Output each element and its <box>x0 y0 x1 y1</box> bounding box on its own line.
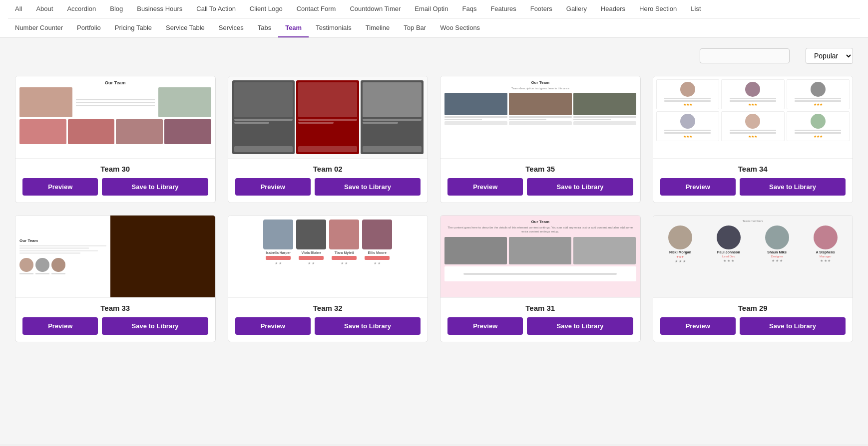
preview-button-team34[interactable]: Preview <box>660 178 736 196</box>
preview-button-team35[interactable]: Preview <box>447 178 523 196</box>
nav-item-woo-sections[interactable]: Woo Sections <box>433 19 487 37</box>
card-footer-team32: Team 32 Preview Save to Library <box>228 298 428 342</box>
card-title-team30: Team 30 <box>22 165 208 173</box>
save-button-team30[interactable]: Save to Library <box>102 178 208 196</box>
template-grid: Our Team <box>15 76 853 342</box>
nav-item-countdown-timer[interactable]: Countdown Timer <box>343 0 408 18</box>
card-footer-team35: Team 35 Preview Save to Library <box>440 159 640 203</box>
save-button-team34[interactable]: Save to Library <box>740 178 846 196</box>
save-button-team32[interactable]: Save to Library <box>315 317 421 335</box>
save-button-team29[interactable]: Save to Library <box>740 317 846 335</box>
card-footer-team34: Team 34 Preview Save to Library <box>653 159 853 203</box>
nav-row2: Number CounterPortfolioPricing TableServ… <box>8 19 860 37</box>
nav-item-footers[interactable]: Footers <box>523 0 559 18</box>
card-preview-team35: Our Team Team description text goes here… <box>440 76 640 159</box>
card-team34: ★★★ ★★★ ★★★ <box>653 76 854 203</box>
nav-item-services[interactable]: Services <box>212 19 251 37</box>
card-team02: Team 02 Preview Save to Library <box>228 76 429 203</box>
card-title-team31: Team 31 <box>447 304 633 312</box>
nav-item-gallery[interactable]: Gallery <box>559 0 594 18</box>
card-team33: Our Team <box>15 215 216 342</box>
preview-button-team29[interactable]: Preview <box>660 317 736 335</box>
nav-item-team[interactable]: Team <box>278 19 309 37</box>
save-button-team02[interactable]: Save to Library <box>315 178 421 196</box>
preview-button-team30[interactable]: Preview <box>22 178 98 196</box>
card-actions-team02: Preview Save to Library <box>235 178 421 196</box>
nav-item-about[interactable]: About <box>29 0 60 18</box>
card-title-team35: Team 35 <box>447 165 633 173</box>
card-actions-team29: Preview Save to Library <box>660 317 846 335</box>
nav-item-blog[interactable]: Blog <box>103 0 130 18</box>
card-title-team32: Team 32 <box>235 304 421 312</box>
nav-item-hero-section[interactable]: Hero Section <box>632 0 684 18</box>
nav-item-service-table[interactable]: Service Table <box>159 19 212 37</box>
app-container: AllAboutAccordionBlogBusiness HoursCall … <box>0 0 868 444</box>
card-title-team02: Team 02 <box>235 165 421 173</box>
card-team30: Our Team <box>15 76 216 203</box>
nav-item-portfolio[interactable]: Portfolio <box>70 19 108 37</box>
toolbar: Popular Newest Oldest <box>15 48 853 64</box>
nav-item-client-logo[interactable]: Client Logo <box>243 0 290 18</box>
card-preview-team32: Isabella Harper ★ ★ Viola Blaine ★ ★ <box>228 216 428 298</box>
nav-item-call-to-action[interactable]: Call To Action <box>189 0 243 18</box>
nav-row1: AllAboutAccordionBlogBusiness HoursCall … <box>8 0 860 19</box>
nav-item-features[interactable]: Features <box>483 0 523 18</box>
nav-item-tabs[interactable]: Tabs <box>251 19 278 37</box>
card-team32: Isabella Harper ★ ★ Viola Blaine ★ ★ <box>228 215 429 342</box>
card-actions-team33: Preview Save to Library <box>22 317 208 335</box>
main-content: Popular Newest Oldest Our Team <box>0 38 868 444</box>
card-footer-team31: Team 31 Preview Save to Library <box>440 298 640 342</box>
card-footer-team02: Team 02 Preview Save to Library <box>228 159 428 203</box>
nav-item-faqs[interactable]: Faqs <box>455 0 483 18</box>
nav-item-contact-form[interactable]: Contact Form <box>290 0 343 18</box>
save-button-team33[interactable]: Save to Library <box>102 317 208 335</box>
save-button-team31[interactable]: Save to Library <box>527 317 633 335</box>
preview-button-team31[interactable]: Preview <box>447 317 523 335</box>
card-team31: Our Team The content goes here to descri… <box>440 215 641 342</box>
card-team29: Team members Nicki Morgan ★★★ ★ ★ ★ Paul… <box>653 215 854 342</box>
save-button-team35[interactable]: Save to Library <box>527 178 633 196</box>
card-actions-team30: Preview Save to Library <box>22 178 208 196</box>
preview-button-team32[interactable]: Preview <box>235 317 311 335</box>
card-team35: Our Team Team description text goes here… <box>440 76 641 203</box>
nav-item-pricing-table[interactable]: Pricing Table <box>108 19 159 37</box>
card-footer-team33: Team 33 Preview Save to Library <box>15 298 215 342</box>
card-preview-team02 <box>228 76 428 159</box>
preview-button-team33[interactable]: Preview <box>22 317 98 335</box>
card-footer-team29: Team 29 Preview Save to Library <box>653 298 853 342</box>
card-preview-team31: Our Team The content goes here to descri… <box>440 216 640 298</box>
card-actions-team35: Preview Save to Library <box>447 178 633 196</box>
preview-button-team02[interactable]: Preview <box>235 178 311 196</box>
nav-item-email-optin[interactable]: Email Optin <box>408 0 455 18</box>
nav-item-headers[interactable]: Headers <box>594 0 632 18</box>
nav-item-timeline[interactable]: Timeline <box>359 19 397 37</box>
card-preview-team29: Team members Nicki Morgan ★★★ ★ ★ ★ Paul… <box>653 216 853 298</box>
card-title-team29: Team 29 <box>660 304 846 312</box>
card-title-team33: Team 33 <box>22 304 208 312</box>
card-actions-team31: Preview Save to Library <box>447 317 633 335</box>
card-preview-team30: Our Team <box>15 76 215 159</box>
nav-item-top-bar[interactable]: Top Bar <box>397 19 433 37</box>
nav-item-business-hours[interactable]: Business Hours <box>130 0 189 18</box>
card-actions-team32: Preview Save to Library <box>235 317 421 335</box>
nav-item-testimonials[interactable]: Testimonials <box>309 19 359 37</box>
card-footer-team30: Team 30 Preview Save to Library <box>15 159 215 203</box>
card-actions-team34: Preview Save to Library <box>660 178 846 196</box>
card-preview-team33: Our Team <box>15 216 215 298</box>
search-input[interactable] <box>700 48 790 63</box>
nav-item-accordion[interactable]: Accordion <box>60 0 103 18</box>
nav-item-all[interactable]: All <box>8 0 29 18</box>
nav-item-list[interactable]: List <box>684 0 708 18</box>
card-title-team34: Team 34 <box>660 165 846 173</box>
sort-select[interactable]: Popular Newest Oldest <box>806 48 853 64</box>
card-preview-team34: ★★★ ★★★ ★★★ <box>653 76 853 159</box>
top-navigation: AllAboutAccordionBlogBusiness HoursCall … <box>0 0 868 38</box>
nav-item-number-counter[interactable]: Number Counter <box>8 19 70 37</box>
